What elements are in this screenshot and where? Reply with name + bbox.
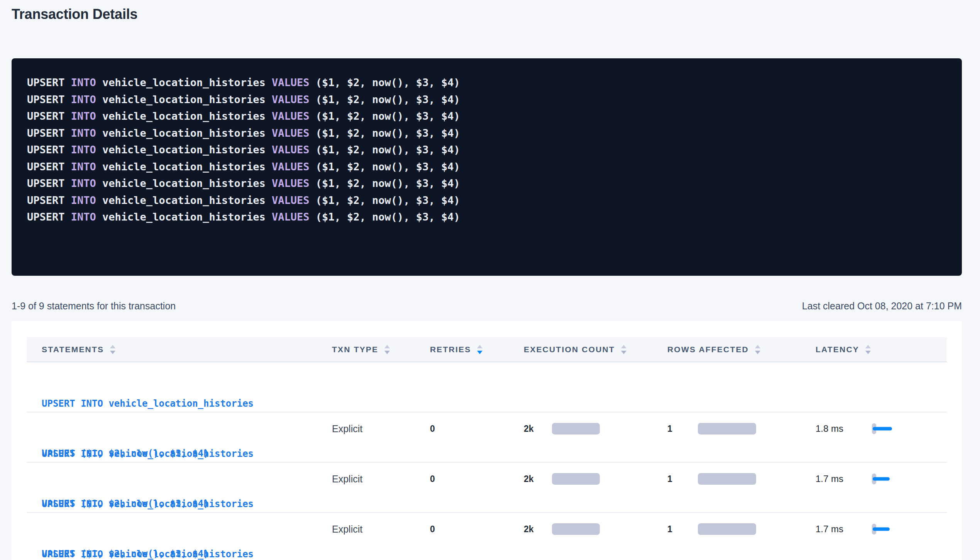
sql-token-args: ($1, $2, now(), $3, $4)	[310, 161, 460, 173]
sql-token-upsert: UPSERT	[27, 76, 71, 88]
sort-up-icon[interactable]	[477, 345, 482, 348]
sql-token-args: ($1, $2, now(), $3, $4)	[310, 144, 460, 156]
sql-token-table: vehicle_location_histories	[96, 93, 272, 105]
sql-token-table: vehicle_location_histories	[96, 76, 272, 88]
statements-table-header: STATEMENTS TXN TYPE RETRIES EXECUTION CO…	[27, 337, 947, 362]
transaction-details-page: Transaction Details UPSERT INTO vehicle_…	[12, 0, 962, 560]
sql-statement-line: UPSERT INTO vehicle_location_histories V…	[27, 209, 946, 226]
sql-token-upsert: UPSERT	[27, 177, 71, 189]
statement-link-line1: UPSERT INTO vehicle_location_histories	[42, 446, 332, 462]
statement-link-line1: UPSERT INTO vehicle_location_histories	[42, 546, 332, 560]
sql-token-upsert: UPSERT	[27, 211, 71, 223]
sql-token-args: ($1, $2, now(), $3, $4)	[310, 76, 460, 88]
sql-token-upsert: UPSERT	[27, 161, 71, 173]
sql-token-upsert: UPSERT	[27, 93, 71, 105]
sql-token-args: ($1, $2, now(), $3, $4)	[310, 110, 460, 122]
sql-token-upsert: UPSERT	[27, 110, 71, 122]
sort-down-icon[interactable]	[477, 351, 482, 354]
sort-up-icon[interactable]	[621, 345, 626, 348]
sort-down-icon[interactable]	[621, 351, 626, 354]
column-header-label: ROWS AFFECTED	[667, 345, 749, 354]
transaction-sql-box: UPSERT INTO vehicle_location_histories V…	[12, 58, 962, 276]
statements-summary-row: 1-9 of 9 statements for this transaction…	[12, 300, 962, 312]
sql-statement-line: UPSERT INTO vehicle_location_histories V…	[27, 158, 946, 175]
retries-cell: 0	[430, 524, 524, 535]
retries-cell: 0	[430, 474, 524, 484]
sql-keyword-into: INTO	[71, 144, 96, 156]
sql-keyword-values: VALUES	[272, 93, 310, 105]
statements-range-text: 1-9 of 9 statements for this transaction	[12, 300, 176, 312]
sort-up-icon[interactable]	[865, 345, 871, 348]
sql-statement-line: UPSERT INTO vehicle_location_histories V…	[27, 74, 946, 91]
sql-token-table: vehicle_location_histories	[96, 127, 272, 139]
column-header-label: LATENCY	[816, 345, 859, 354]
sql-token-table: vehicle_location_histories	[96, 161, 272, 173]
sql-statement-line: UPSERT INTO vehicle_location_histories V…	[27, 91, 946, 108]
retries-cell: 0	[430, 424, 524, 434]
column-header[interactable]: LATENCY	[816, 345, 947, 354]
sql-token-args: ($1, $2, now(), $3, $4)	[310, 127, 460, 139]
column-header[interactable]: STATEMENTS	[42, 345, 332, 354]
rows-affected-cell: 1	[667, 513, 816, 560]
sql-statement-line: UPSERT INTO vehicle_location_histories V…	[27, 192, 946, 209]
column-header-label: STATEMENTS	[42, 345, 104, 354]
sql-keyword-values: VALUES	[272, 161, 310, 173]
sort-up-icon[interactable]	[110, 345, 115, 348]
column-header[interactable]: RETRIES	[430, 345, 524, 354]
sql-keyword-into: INTO	[71, 194, 96, 206]
sql-keyword-values: VALUES	[272, 177, 310, 189]
sql-statement-line: UPSERT INTO vehicle_location_histories V…	[27, 175, 946, 192]
sql-token-args: ($1, $2, now(), $3, $4)	[310, 93, 460, 105]
column-header[interactable]: TXN TYPE	[332, 345, 430, 354]
statement-row: UPSERT INTO vehicle_location_histories V…	[27, 412, 947, 463]
sql-keyword-into: INTO	[71, 127, 96, 139]
sort-arrows-icon[interactable]	[621, 345, 626, 354]
sql-keyword-values: VALUES	[272, 127, 310, 139]
sql-token-table: vehicle_location_histories	[96, 194, 272, 206]
sql-statement-line: UPSERT INTO vehicle_location_histories V…	[27, 108, 946, 125]
sql-token-args: ($1, $2, now(), $3, $4)	[310, 211, 460, 223]
statements-table: STATEMENTS TXN TYPE RETRIES EXECUTION CO…	[27, 321, 947, 560]
sort-up-icon[interactable]	[384, 345, 390, 348]
sort-arrows-icon[interactable]	[110, 345, 115, 354]
latency-cell: 2.0 ms	[816, 513, 947, 560]
sql-token-args: ($1, $2, now(), $3, $4)	[310, 194, 460, 206]
txn-type-cell: Explicit	[332, 423, 430, 434]
sql-keyword-into: INTO	[71, 177, 96, 189]
column-header-label: TXN TYPE	[332, 345, 378, 354]
sql-token-table: vehicle_location_histories	[96, 144, 272, 156]
last-cleared-text: Last cleared Oct 08, 2020 at 7:10 PM	[802, 300, 962, 312]
sort-arrows-icon[interactable]	[477, 345, 482, 354]
sql-keyword-into: INTO	[71, 161, 96, 173]
sql-token-table: vehicle_location_histories	[96, 110, 272, 122]
statements-table-card: STATEMENTS TXN TYPE RETRIES EXECUTION CO…	[12, 321, 962, 560]
sql-keyword-into: INTO	[71, 110, 96, 122]
sort-down-icon[interactable]	[865, 351, 871, 354]
sql-keyword-values: VALUES	[272, 194, 310, 206]
sql-token-args: ($1, $2, now(), $3, $4)	[310, 177, 460, 189]
column-header[interactable]: ROWS AFFECTED	[667, 345, 816, 354]
execution-count-cell: 2k	[524, 513, 667, 560]
sql-keyword-values: VALUES	[272, 110, 310, 122]
sort-arrows-icon[interactable]	[755, 345, 760, 354]
sort-down-icon[interactable]	[384, 351, 390, 354]
sort-arrows-icon[interactable]	[865, 345, 871, 354]
sql-keyword-values: VALUES	[272, 144, 310, 156]
statement-link-line1: UPSERT INTO vehicle_location_histories	[42, 395, 332, 412]
sql-token-upsert: UPSERT	[27, 127, 71, 139]
statement-link[interactable]: UPSERT INTO vehicle_location_histories V…	[42, 513, 332, 560]
sql-token-upsert: UPSERT	[27, 194, 71, 206]
sql-token-table: vehicle_location_histories	[96, 211, 272, 223]
statement-row: UPSERT INTO vehicle_location_histories V…	[27, 362, 947, 412]
sql-keyword-into: INTO	[71, 93, 96, 105]
sql-statement-line: UPSERT INTO vehicle_location_histories V…	[27, 141, 946, 158]
sql-token-table: vehicle_location_histories	[96, 177, 272, 189]
sort-down-icon[interactable]	[755, 351, 760, 354]
statement-row: UPSERT INTO vehicle_location_histories V…	[27, 513, 947, 560]
sort-arrows-icon[interactable]	[384, 345, 390, 354]
txn-type-cell: Explicit	[332, 473, 430, 485]
sort-down-icon[interactable]	[110, 351, 115, 354]
sort-up-icon[interactable]	[755, 345, 760, 348]
column-header[interactable]: EXECUTION COUNT	[524, 345, 667, 354]
sql-token-upsert: UPSERT	[27, 144, 71, 156]
